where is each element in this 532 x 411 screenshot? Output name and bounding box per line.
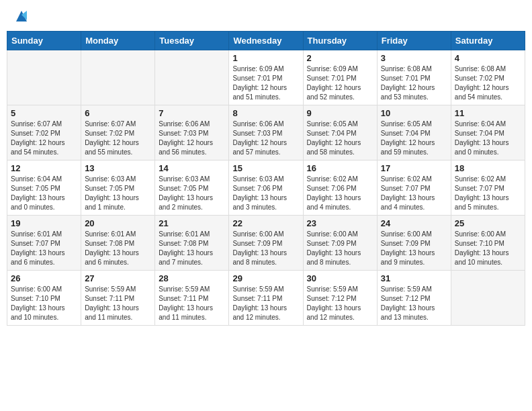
page-header xyxy=(7,7,525,26)
logo xyxy=(9,7,31,26)
day-info: Sunrise: 6:03 AM Sunset: 7:05 PM Dayligh… xyxy=(159,175,225,212)
weekday-header-tuesday: Tuesday xyxy=(155,32,229,50)
day-number: 11 xyxy=(455,108,521,118)
day-info: Sunrise: 6:07 AM Sunset: 7:02 PM Dayligh… xyxy=(85,120,151,157)
calendar-cell: 16Sunrise: 6:02 AM Sunset: 7:06 PM Dayli… xyxy=(303,161,377,216)
day-number: 25 xyxy=(455,218,521,228)
day-info: Sunrise: 6:01 AM Sunset: 7:07 PM Dayligh… xyxy=(11,230,77,267)
day-number: 30 xyxy=(307,273,373,283)
day-info: Sunrise: 6:02 AM Sunset: 7:06 PM Dayligh… xyxy=(307,175,373,212)
calendar-cell: 29Sunrise: 5:59 AM Sunset: 7:11 PM Dayli… xyxy=(229,271,303,326)
logo-icon xyxy=(12,7,31,26)
calendar-cell: 24Sunrise: 6:00 AM Sunset: 7:09 PM Dayli… xyxy=(377,216,451,271)
weekday-header-monday: Monday xyxy=(81,32,155,50)
day-number: 7 xyxy=(159,108,225,118)
day-number: 8 xyxy=(232,108,299,118)
calendar-cell: 23Sunrise: 6:00 AM Sunset: 7:09 PM Dayli… xyxy=(303,216,377,271)
weekday-header-thursday: Thursday xyxy=(303,32,377,50)
day-info: Sunrise: 6:04 AM Sunset: 7:04 PM Dayligh… xyxy=(455,120,521,157)
day-number: 1 xyxy=(232,53,299,63)
day-number: 22 xyxy=(232,218,299,228)
day-info: Sunrise: 6:00 AM Sunset: 7:09 PM Dayligh… xyxy=(381,230,447,267)
day-number: 28 xyxy=(159,273,225,283)
day-info: Sunrise: 6:09 AM Sunset: 7:01 PM Dayligh… xyxy=(232,64,299,102)
day-number: 17 xyxy=(381,163,447,173)
calendar-cell: 4Sunrise: 6:08 AM Sunset: 7:02 PM Daylig… xyxy=(451,50,525,105)
calendar-cell: 27Sunrise: 5:59 AM Sunset: 7:11 PM Dayli… xyxy=(81,271,155,326)
calendar-cell: 22Sunrise: 6:00 AM Sunset: 7:09 PM Dayli… xyxy=(229,216,303,271)
day-info: Sunrise: 6:02 AM Sunset: 7:07 PM Dayligh… xyxy=(381,175,447,212)
week-row-1: 1Sunrise: 6:09 AM Sunset: 7:01 PM Daylig… xyxy=(7,50,525,105)
day-number: 31 xyxy=(381,273,447,283)
day-number: 13 xyxy=(85,163,151,173)
weekday-header-row: SundayMondayTuesdayWednesdayThursdayFrid… xyxy=(7,32,525,50)
calendar-cell: 11Sunrise: 6:04 AM Sunset: 7:04 PM Dayli… xyxy=(451,105,525,161)
day-info: Sunrise: 6:00 AM Sunset: 7:09 PM Dayligh… xyxy=(232,230,299,267)
calendar-cell: 28Sunrise: 5:59 AM Sunset: 7:11 PM Dayli… xyxy=(155,271,229,326)
day-number: 26 xyxy=(11,273,77,283)
day-info: Sunrise: 6:05 AM Sunset: 7:04 PM Dayligh… xyxy=(307,120,373,157)
week-row-2: 5Sunrise: 6:07 AM Sunset: 7:02 PM Daylig… xyxy=(7,105,525,161)
calendar-cell: 21Sunrise: 6:01 AM Sunset: 7:08 PM Dayli… xyxy=(155,216,229,271)
day-info: Sunrise: 6:08 AM Sunset: 7:02 PM Dayligh… xyxy=(455,64,521,102)
calendar-cell: 17Sunrise: 6:02 AM Sunset: 7:07 PM Dayli… xyxy=(377,161,451,216)
calendar-cell: 7Sunrise: 6:06 AM Sunset: 7:03 PM Daylig… xyxy=(155,105,229,161)
day-info: Sunrise: 6:06 AM Sunset: 7:03 PM Dayligh… xyxy=(159,120,225,157)
day-info: Sunrise: 6:03 AM Sunset: 7:06 PM Dayligh… xyxy=(232,175,299,212)
calendar-cell: 9Sunrise: 6:05 AM Sunset: 7:04 PM Daylig… xyxy=(303,105,377,161)
day-info: Sunrise: 5:59 AM Sunset: 7:12 PM Dayligh… xyxy=(381,285,447,322)
calendar-cell: 8Sunrise: 6:06 AM Sunset: 7:03 PM Daylig… xyxy=(229,105,303,161)
calendar: SundayMondayTuesdayWednesdayThursdayFrid… xyxy=(7,31,525,326)
calendar-cell: 2Sunrise: 6:09 AM Sunset: 7:01 PM Daylig… xyxy=(303,50,377,105)
week-row-3: 12Sunrise: 6:04 AM Sunset: 7:05 PM Dayli… xyxy=(7,161,525,216)
calendar-cell xyxy=(81,50,155,105)
calendar-cell: 3Sunrise: 6:08 AM Sunset: 7:01 PM Daylig… xyxy=(377,50,451,105)
day-info: Sunrise: 5:59 AM Sunset: 7:11 PM Dayligh… xyxy=(159,285,225,322)
day-number: 2 xyxy=(307,53,373,63)
day-info: Sunrise: 6:00 AM Sunset: 7:09 PM Dayligh… xyxy=(307,230,373,267)
week-row-5: 26Sunrise: 6:00 AM Sunset: 7:10 PM Dayli… xyxy=(7,271,525,326)
calendar-cell: 31Sunrise: 5:59 AM Sunset: 7:12 PM Dayli… xyxy=(377,271,451,326)
calendar-cell: 25Sunrise: 6:00 AM Sunset: 7:10 PM Dayli… xyxy=(451,216,525,271)
calendar-cell: 30Sunrise: 5:59 AM Sunset: 7:12 PM Dayli… xyxy=(303,271,377,326)
calendar-cell: 6Sunrise: 6:07 AM Sunset: 7:02 PM Daylig… xyxy=(81,105,155,161)
day-info: Sunrise: 6:00 AM Sunset: 7:10 PM Dayligh… xyxy=(455,230,521,267)
week-row-4: 19Sunrise: 6:01 AM Sunset: 7:07 PM Dayli… xyxy=(7,216,525,271)
day-info: Sunrise: 6:00 AM Sunset: 7:10 PM Dayligh… xyxy=(11,285,77,322)
calendar-cell: 12Sunrise: 6:04 AM Sunset: 7:05 PM Dayli… xyxy=(7,161,81,216)
calendar-cell: 13Sunrise: 6:03 AM Sunset: 7:05 PM Dayli… xyxy=(81,161,155,216)
calendar-cell xyxy=(451,271,525,326)
day-number: 19 xyxy=(11,218,77,228)
day-number: 24 xyxy=(381,218,447,228)
day-number: 23 xyxy=(307,218,373,228)
day-number: 6 xyxy=(85,108,151,118)
day-info: Sunrise: 6:04 AM Sunset: 7:05 PM Dayligh… xyxy=(11,175,77,212)
calendar-cell: 14Sunrise: 6:03 AM Sunset: 7:05 PM Dayli… xyxy=(155,161,229,216)
day-info: Sunrise: 5:59 AM Sunset: 7:11 PM Dayligh… xyxy=(85,285,151,322)
calendar-cell xyxy=(7,50,81,105)
weekday-header-sunday: Sunday xyxy=(7,32,81,50)
day-info: Sunrise: 6:06 AM Sunset: 7:03 PM Dayligh… xyxy=(232,120,299,157)
day-number: 12 xyxy=(11,163,77,173)
weekday-header-wednesday: Wednesday xyxy=(229,32,303,50)
day-info: Sunrise: 5:59 AM Sunset: 7:11 PM Dayligh… xyxy=(232,285,299,322)
calendar-cell: 15Sunrise: 6:03 AM Sunset: 7:06 PM Dayli… xyxy=(229,161,303,216)
calendar-cell xyxy=(155,50,229,105)
day-number: 21 xyxy=(159,218,225,228)
day-info: Sunrise: 6:01 AM Sunset: 7:08 PM Dayligh… xyxy=(85,230,151,267)
day-number: 4 xyxy=(455,53,521,63)
day-info: Sunrise: 5:59 AM Sunset: 7:12 PM Dayligh… xyxy=(307,285,373,322)
weekday-header-saturday: Saturday xyxy=(451,32,525,50)
calendar-cell: 26Sunrise: 6:00 AM Sunset: 7:10 PM Dayli… xyxy=(7,271,81,326)
day-number: 3 xyxy=(381,53,447,63)
calendar-cell: 10Sunrise: 6:05 AM Sunset: 7:04 PM Dayli… xyxy=(377,105,451,161)
day-info: Sunrise: 6:03 AM Sunset: 7:05 PM Dayligh… xyxy=(85,175,151,212)
day-info: Sunrise: 6:07 AM Sunset: 7:02 PM Dayligh… xyxy=(11,120,77,157)
day-number: 16 xyxy=(307,163,373,173)
day-info: Sunrise: 6:02 AM Sunset: 7:07 PM Dayligh… xyxy=(455,175,521,212)
day-number: 5 xyxy=(11,108,77,118)
weekday-header-friday: Friday xyxy=(377,32,451,50)
day-info: Sunrise: 6:09 AM Sunset: 7:01 PM Dayligh… xyxy=(307,64,373,102)
day-number: 14 xyxy=(159,163,225,173)
day-number: 15 xyxy=(232,163,299,173)
